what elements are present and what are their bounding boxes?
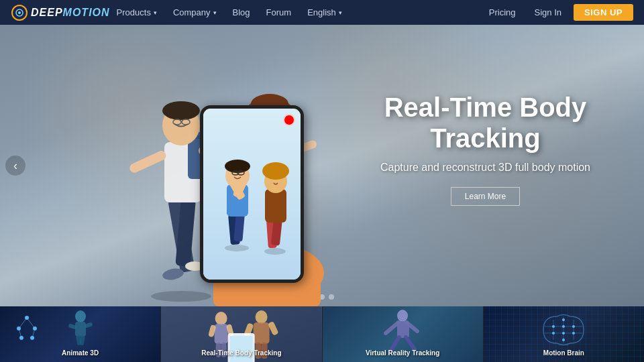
nav-blog[interactable]: Blog	[226, 0, 257, 25]
thumbnail-realtime[interactable]: Real-Time Body Tracking	[161, 306, 322, 362]
thumbnail-strip: Animate 3D	[0, 306, 644, 362]
svg-point-87	[552, 325, 555, 328]
hero-prev-button[interactable]: ‹	[5, 156, 25, 176]
hero-title: Real-Time Body Tracking	[380, 92, 590, 154]
logo[interactable]: DEEPMOTION	[11, 4, 110, 21]
svg-rect-11	[128, 149, 167, 174]
svg-rect-51	[75, 322, 86, 337]
thumbnail-motion-brain[interactable]: Motion Brain	[484, 306, 644, 362]
language-chevron-icon: ▾	[339, 9, 342, 16]
thumbnail-4-label: Motion Brain	[484, 349, 644, 357]
svg-point-2	[18, 11, 21, 14]
thumb-3-figure	[335, 308, 470, 355]
svg-rect-47	[265, 189, 286, 223]
svg-point-80	[397, 310, 408, 322]
thumb-1-figure	[54, 310, 107, 347]
nav-products[interactable]: Products ▾	[110, 0, 164, 25]
hero-learn-more-button[interactable]: Learn More	[451, 187, 520, 206]
logo-icon	[11, 4, 28, 21]
svg-point-94	[562, 339, 565, 341]
nav-signup-button[interactable]: SIGN UP	[574, 4, 633, 21]
hero-text-block: Real-Time Body Tracking Capture and reco…	[380, 92, 590, 206]
nav-right: Pricing Sign In SIGN UP	[482, 4, 633, 21]
navbar: DEEPMOTION Products ▾ Company ▾ Blog For…	[0, 0, 644, 25]
svg-point-49	[262, 162, 289, 180]
phone-record-button	[283, 114, 295, 126]
svg-point-44	[264, 248, 286, 255]
hero-subtitle: Capture and reconstruct 3D full body mot…	[380, 162, 590, 174]
svg-rect-73	[254, 322, 270, 344]
phone-mockup	[200, 105, 304, 283]
svg-line-85	[406, 337, 415, 349]
svg-point-88	[562, 325, 565, 328]
nav-language[interactable]: English ▾	[301, 0, 349, 25]
svg-point-93	[562, 318, 565, 321]
nav-company[interactable]: Company ▾	[166, 0, 223, 25]
phone-screen	[203, 109, 301, 280]
thumbnail-3-label: Virtual Reality Tracking	[323, 349, 483, 357]
svg-point-72	[256, 310, 268, 324]
svg-point-32	[225, 245, 249, 251]
nav-links: Products ▾ Company ▾ Blog Forum English …	[110, 0, 482, 25]
nav-pricing[interactable]: Pricing	[482, 7, 523, 17]
svg-line-62	[27, 318, 35, 328]
thumb-4-brain	[530, 310, 597, 350]
svg-point-90	[552, 332, 555, 335]
company-chevron-icon: ▾	[213, 9, 217, 16]
nav-signin[interactable]: Sign In	[528, 7, 568, 17]
thumbnail-animate3d[interactable]: Animate 3D	[0, 306, 161, 362]
svg-line-61	[19, 318, 27, 328]
hero-section: ‹	[0, 25, 644, 306]
phone-characters	[203, 121, 301, 268]
nav-forum[interactable]: Forum	[260, 0, 299, 25]
svg-point-66	[215, 312, 227, 325]
svg-line-82	[386, 322, 398, 333]
thumbnail-vr[interactable]: Virtual Reality Tracking	[323, 306, 484, 362]
products-chevron-icon: ▾	[154, 9, 157, 16]
svg-point-89	[572, 325, 575, 328]
slide-dot-3[interactable]	[329, 294, 334, 300]
svg-point-50	[75, 310, 86, 322]
svg-point-91	[562, 332, 565, 335]
svg-point-92	[572, 332, 575, 335]
thumbnail-1-label: Animate 3D	[0, 349, 160, 357]
thumbnail-2-label: Real-Time Body Tracking	[161, 349, 321, 357]
thumb-1-nodes	[7, 310, 47, 343]
logo-text: DEEPMOTION	[31, 7, 110, 19]
svg-rect-67	[215, 324, 228, 344]
